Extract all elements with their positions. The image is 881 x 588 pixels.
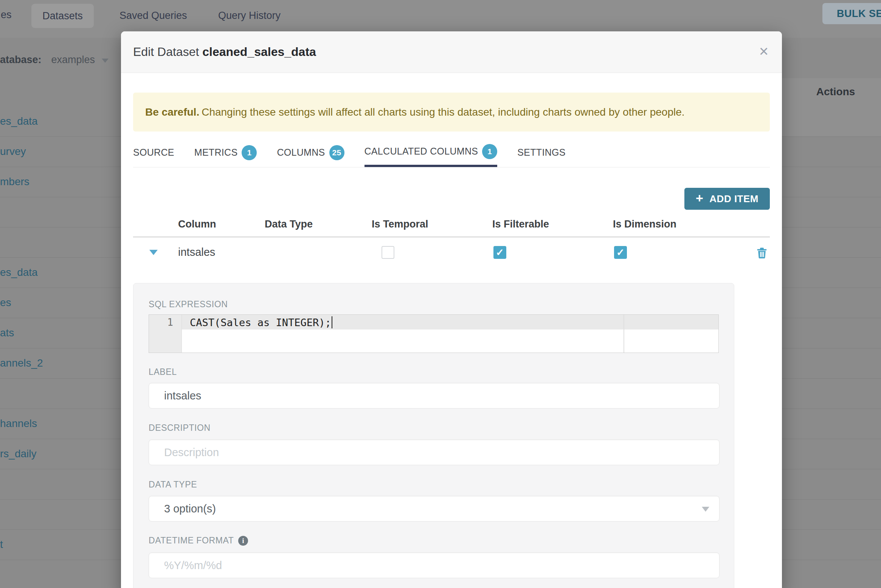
data-type-field-label: DATA TYPE [149,480,197,490]
bulk-select-button[interactable]: BULK SELE [822,3,881,24]
line-number: 1 [167,317,173,328]
column-detail-panel: SQL EXPRESSION 1 CAST(Sales as INTEGER);… [133,283,734,588]
description-input[interactable] [149,439,720,465]
column-name: intsales [178,246,215,258]
modal-header: Edit Dataset cleaned_sales_data × [121,31,782,73]
close-icon[interactable]: × [754,42,774,62]
warning-banner: Be careful.Changing these settings will … [133,93,770,132]
dataset-link[interactable]: hannels [0,418,37,430]
table-header-divider [133,236,770,238]
dataset-link[interactable]: ats [0,327,14,339]
chevron-down-icon [102,59,109,63]
tab-count-badge: 1 [482,144,497,159]
dataset-link[interactable]: es_data [0,115,38,127]
database-filter-value[interactable]: examples [51,54,95,66]
dataset-link[interactable]: mbers [0,176,29,188]
edit-dataset-modal: Edit Dataset cleaned_sales_data × Be car… [121,31,782,588]
modal-title: Edit Dataset cleaned_sales_data [133,45,316,59]
modal-title-prefix: Edit Dataset [133,45,199,59]
tab-settings[interactable]: SETTINGS [517,138,565,167]
actions-column-header: Actions [809,86,862,98]
dataset-link[interactable]: rs_daily [0,448,36,460]
tab-metrics[interactable]: METRICS1 [194,138,257,167]
column-header-data-type: Data Type [265,218,313,230]
info-icon[interactable]: i [238,536,248,546]
add-item-button[interactable]: + ADD ITEM [684,188,770,210]
nav-tab-saved-queries[interactable]: Saved Queries [119,10,187,22]
modal-title-dataset-name: cleaned_sales_data [202,45,316,59]
column-header-is-temporal: Is Temporal [372,218,428,230]
description-field-label: DESCRIPTION [149,423,211,433]
is-filterable-checkbox[interactable]: ✓ [493,246,506,259]
database-filter[interactable]: atabase: examples [0,52,109,67]
label-field-label: LABEL [149,367,177,377]
plus-icon: + [696,191,703,206]
dataset-link[interactable]: es [0,297,11,309]
nav-tab-datasets[interactable]: Datasets [31,4,94,28]
warning-banner-bold: Be careful. [145,106,199,118]
delete-trash-icon[interactable] [756,247,768,260]
chevron-down-icon [702,507,709,512]
dataset-link[interactable]: urvey [0,145,26,158]
tab-label: METRICS [194,147,238,158]
tab-count-badge: 25 [329,145,344,160]
dataset-link[interactable]: es_data [0,266,38,279]
tab-label: COLUMNS [277,147,325,158]
modal-tabs: SOURCEMETRICS1COLUMNS25CALCULATED COLUMN… [133,138,770,167]
dataset-link[interactable]: t [0,538,3,551]
editor-print-margin [624,315,624,353]
column-header-is-filterable: Is Filterable [492,218,549,230]
tab-columns[interactable]: COLUMNS25 [277,138,344,167]
tab-calculated-columns[interactable]: CALCULATED COLUMNS1 [364,138,498,167]
sql-expression-editor[interactable]: 1 CAST(Sales as INTEGER); [149,314,719,353]
tab-source[interactable]: SOURCE [133,138,174,167]
tab-count-badge: 1 [242,145,257,160]
text-cursor [332,316,332,328]
editor-gutter: 1 [149,315,182,353]
database-filter-label: atabase: [0,54,42,66]
data-type-select[interactable]: 3 option(s) [149,496,720,521]
collapse-caret-icon[interactable] [149,250,158,255]
datetime-format-field-label: DATETIME FORMAT i [149,535,248,546]
nav-tab-fragment[interactable]: es [1,9,12,21]
tab-label: SOURCE [133,147,174,158]
sql-code: CAST(Sales as INTEGER); [190,316,332,328]
tab-label: CALCULATED COLUMNS [364,146,478,157]
is-temporal-checkbox[interactable] [382,246,394,259]
is-dimension-checkbox[interactable]: ✓ [614,246,627,259]
nav-tab-query-history[interactable]: Query History [218,10,281,22]
tab-label: SETTINGS [517,147,565,158]
data-type-value: 3 option(s) [164,503,216,515]
sql-expression-label: SQL EXPRESSION [149,299,228,309]
add-item-label: ADD ITEM [709,193,758,205]
dataset-link[interactable]: annels_2 [0,357,43,369]
datetime-format-input[interactable] [149,552,720,578]
column-header-is-dimension: Is Dimension [613,218,676,230]
warning-banner-text: Be careful.Changing these settings will … [145,106,685,118]
label-input[interactable] [149,383,720,409]
column-header-column: Column [178,218,216,230]
